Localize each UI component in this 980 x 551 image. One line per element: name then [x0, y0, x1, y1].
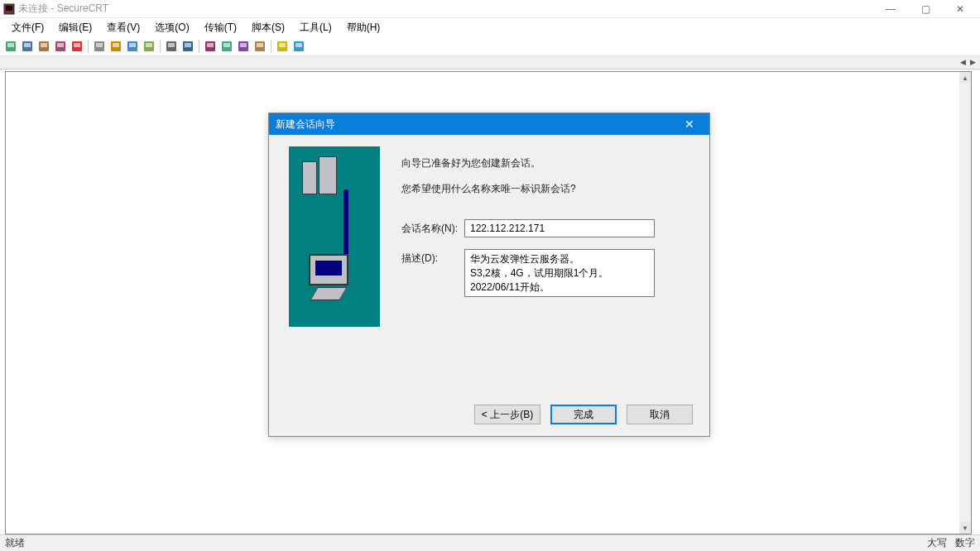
toolbar-separator	[160, 40, 161, 53]
window-titlebar: 未连接 - SecureCRT — ▢ ✕	[0, 0, 980, 18]
menu-options[interactable]: 选项(O)	[148, 19, 195, 36]
key-icon[interactable]	[252, 39, 267, 54]
print-icon[interactable]	[92, 39, 107, 54]
svg-rect-23	[185, 43, 191, 47]
menu-help[interactable]: 帮助(H)	[340, 19, 387, 36]
disconnect-icon[interactable]	[70, 39, 84, 54]
svg-rect-1	[6, 6, 12, 11]
svg-rect-25	[207, 43, 214, 47]
menu-file[interactable]: 文件(F)	[5, 19, 50, 36]
toolbar-separator	[88, 40, 89, 53]
wizard-image	[289, 146, 380, 327]
quick-connect2-icon[interactable]	[20, 39, 35, 54]
dialog-close-button[interactable]: ✕	[676, 113, 703, 135]
session-name-label: 会话名称(N):	[401, 219, 464, 236]
toolbar	[0, 36, 980, 56]
reconnect-icon[interactable]	[53, 39, 68, 54]
scroll-up-button[interactable]: ▲	[959, 72, 971, 84]
window-minimize-button[interactable]: —	[874, 1, 907, 17]
toolbar-separator	[199, 40, 199, 53]
svg-rect-35	[295, 43, 302, 47]
app-icon	[3, 3, 15, 15]
find-icon[interactable]	[142, 39, 156, 54]
svg-rect-9	[57, 43, 64, 47]
description-label: 描述(D):	[401, 249, 464, 266]
window-title: 未连接 - SecureCRT	[18, 2, 874, 16]
window-maximize-button[interactable]: ▢	[909, 1, 942, 17]
wizard-text-prompt: 您希望使用什么名称来唯一标识新会话?	[401, 182, 685, 196]
dialog-title: 新建会话向导	[276, 117, 335, 132]
svg-rect-5	[24, 43, 31, 47]
options2-icon[interactable]	[219, 39, 234, 54]
svg-rect-21	[168, 43, 175, 47]
svg-rect-29	[240, 43, 247, 47]
svg-rect-3	[7, 43, 14, 47]
status-caps: 大写	[927, 536, 947, 550]
dialog-titlebar[interactable]: 新建会话向导 ✕	[269, 113, 709, 135]
back-button[interactable]: < 上一步(B)	[474, 405, 540, 424]
about-icon[interactable]	[291, 39, 306, 54]
scrollbar[interactable]: ▲ ▼	[959, 72, 971, 534]
menu-script[interactable]: 脚本(S)	[245, 19, 291, 36]
svg-rect-33	[279, 43, 286, 47]
svg-rect-7	[41, 43, 47, 47]
menu-view[interactable]: 查看(V)	[100, 19, 147, 36]
menu-transfer[interactable]: 传输(T)	[198, 19, 243, 36]
script-run-icon[interactable]	[236, 39, 251, 54]
svg-rect-27	[223, 43, 230, 47]
menubar: 文件(F)编辑(E)查看(V)选项(O)传输(T)脚本(S)工具(L)帮助(H)	[0, 18, 980, 36]
paste-icon[interactable]	[125, 39, 140, 54]
session-name-input[interactable]	[464, 219, 655, 237]
cancel-button[interactable]: 取消	[627, 405, 693, 424]
menu-edit[interactable]: 编辑(E)	[52, 19, 98, 36]
tab-scroll-left[interactable]: ◀	[958, 57, 967, 67]
finish-button[interactable]: 完成	[550, 405, 617, 424]
description-input[interactable]	[464, 249, 655, 297]
svg-rect-17	[129, 43, 136, 47]
svg-rect-19	[146, 43, 152, 47]
svg-rect-13	[96, 43, 103, 47]
copy-icon[interactable]	[108, 39, 123, 54]
scroll-down-button[interactable]: ▼	[959, 522, 971, 534]
status-num: 数字	[955, 536, 975, 550]
properties-icon[interactable]	[203, 39, 218, 54]
svg-rect-31	[257, 43, 263, 47]
svg-rect-11	[74, 43, 80, 47]
tab-strip: ◀ ▶	[0, 56, 980, 69]
status-ready: 就绪	[5, 536, 25, 550]
menu-tools[interactable]: 工具(L)	[293, 19, 339, 36]
sessions-icon[interactable]	[36, 39, 51, 54]
print-preview-icon[interactable]	[180, 39, 195, 54]
quick-connect-icon[interactable]	[3, 39, 18, 54]
toolbar-separator	[271, 40, 271, 53]
printer-icon[interactable]	[164, 39, 179, 54]
svg-rect-15	[113, 43, 119, 47]
statusbar: 就绪 大写 数字	[0, 534, 980, 551]
tab-scroll-right[interactable]: ▶	[968, 57, 977, 67]
window-close-button[interactable]: ✕	[944, 1, 977, 17]
wizard-text-ready: 向导已准备好为您创建新会话。	[401, 156, 685, 170]
help-icon[interactable]	[275, 39, 290, 54]
new-session-wizard-dialog: 新建会话向导 ✕ 向导已准备好为您创建新会话。 您希望使用什么名称来唯一标识新会…	[268, 113, 710, 437]
